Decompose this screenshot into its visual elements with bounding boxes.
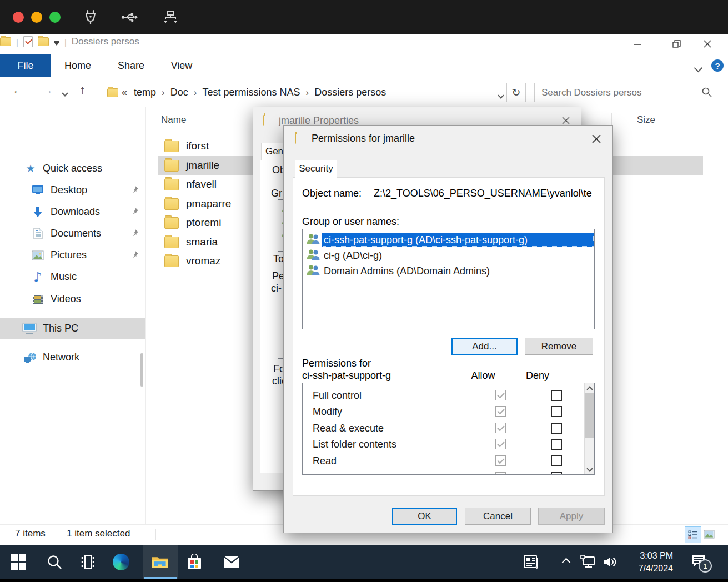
taskbar-clock[interactable]: 3:03 PM 7/4/2024 — [621, 549, 673, 575]
usb-icon[interactable] — [121, 9, 138, 26]
allow-checkbox-checked[interactable] — [495, 439, 506, 449]
column-divider[interactable] — [699, 113, 699, 127]
group-user-listbox[interactable]: ci-ssh-pat-support-g (AD\ci-ssh-pat-supp… — [302, 229, 595, 329]
folder-icon — [164, 237, 179, 248]
taskbar-search-icon[interactable] — [46, 554, 63, 570]
deny-header: Deny — [525, 370, 550, 382]
deny-checkbox[interactable] — [551, 406, 562, 417]
minimize-traffic-light-icon[interactable] — [31, 12, 42, 23]
tab-home[interactable]: Home — [51, 54, 104, 77]
sidebar-item-videos[interactable]: Videos — [0, 288, 145, 310]
remove-button[interactable]: Remove — [525, 338, 593, 355]
back-button[interactable]: ← — [12, 83, 24, 97]
sidebar-item-this-pc[interactable]: This PC — [0, 318, 145, 339]
forward-button[interactable]: → — [41, 83, 53, 97]
breadcrumb-item[interactable]: Dossiers persos — [311, 87, 389, 98]
notification-center-icon[interactable]: 1 — [691, 554, 715, 570]
scrollbar-thumb[interactable] — [585, 393, 594, 438]
group-row[interactable]: Domain Admins (AD\Domain Admins) — [303, 263, 594, 279]
group-row-selected[interactable]: ci-ssh-pat-support-g (AD\ci-ssh-pat-supp… — [303, 232, 594, 248]
search-input[interactable] — [540, 85, 692, 100]
breadcrumb-separator-icon: › — [303, 87, 311, 98]
permissions-scrollbar[interactable] — [584, 383, 594, 474]
breadcrumb-item[interactable]: Doc — [167, 87, 192, 98]
add-button[interactable]: Add... — [451, 338, 518, 355]
tab-security[interactable]: Security — [295, 160, 337, 178]
address-bar[interactable]: « temp › Doc › Test permissions NAS › Do… — [102, 83, 526, 102]
sidebar-item-network[interactable]: Network — [0, 347, 145, 368]
scroll-down-icon[interactable] — [585, 465, 594, 474]
deny-checkbox[interactable] — [551, 455, 562, 466]
task-view-icon[interactable] — [79, 554, 96, 570]
properties-check-icon[interactable] — [23, 36, 33, 47]
tab-view[interactable]: View — [158, 54, 205, 77]
folder-icon[interactable] — [0, 37, 11, 46]
minimize-button[interactable] — [625, 34, 650, 53]
maximize-button[interactable] — [664, 34, 689, 53]
sidebar-item-desktop[interactable]: Desktop — [0, 179, 145, 201]
search-box[interactable] — [534, 83, 717, 102]
power-plug-icon[interactable] — [82, 9, 99, 26]
sidebar-item-music[interactable]: ♪ Music — [0, 266, 145, 288]
tab-share[interactable]: Share — [104, 54, 158, 77]
cancel-button[interactable]: Cancel — [465, 508, 531, 525]
sidebar-item-quick-access[interactable]: ★ Quick access — [0, 158, 145, 179]
permission-entries-listbox[interactable]: Full control Modify Read & execute List … — [302, 383, 595, 475]
breadcrumb-collapse[interactable]: « — [118, 87, 130, 98]
tab-file[interactable]: File — [0, 54, 51, 77]
sidebar-scrollbar-thumb[interactable] — [140, 353, 143, 387]
maximize-traffic-light-icon[interactable] — [49, 12, 61, 23]
item-count: 7 items — [15, 528, 46, 539]
allow-checkbox-checked[interactable] — [495, 390, 506, 400]
new-folder-icon[interactable] — [38, 37, 49, 46]
tray-network-icon[interactable] — [580, 554, 596, 570]
address-dropdown-chevron-icon[interactable] — [499, 90, 503, 100]
microsoft-store-icon[interactable] — [186, 554, 203, 570]
breadcrumb-item[interactable]: temp — [130, 87, 159, 98]
column-header-name[interactable]: Name — [161, 112, 186, 128]
close-icon[interactable] — [588, 131, 605, 147]
group-row[interactable]: ci-g (AD\ci-g) — [303, 248, 594, 263]
network-icon[interactable] — [162, 9, 179, 26]
close-button[interactable] — [695, 34, 720, 53]
column-header-size[interactable]: Size — [637, 112, 655, 128]
thumbnail-view-button[interactable] — [701, 526, 717, 542]
folder-name: ptoremi — [186, 217, 221, 229]
allow-checkbox-partial[interactable] — [495, 472, 506, 475]
expand-ribbon-chevron-icon[interactable] — [695, 63, 701, 73]
sidebar-item-documents[interactable]: Documents — [0, 223, 145, 244]
mail-icon[interactable] — [223, 554, 240, 570]
sidebar-item-pictures[interactable]: Pictures — [0, 244, 145, 266]
search-icon[interactable] — [701, 87, 712, 100]
apply-button[interactable]: Apply — [538, 508, 605, 525]
deny-checkbox[interactable] — [551, 423, 562, 434]
help-icon[interactable]: ? — [711, 59, 724, 72]
file-explorer-icon[interactable] — [152, 554, 168, 570]
refresh-button[interactable]: ↻ — [506, 83, 525, 102]
deny-checkbox-partial[interactable] — [551, 472, 562, 475]
start-button-icon[interactable] — [10, 554, 27, 570]
up-button[interactable]: ↑ — [79, 83, 86, 97]
details-view-button[interactable] — [685, 526, 701, 543]
allow-checkbox-checked[interactable] — [495, 406, 506, 417]
separator: | — [16, 37, 18, 47]
deny-checkbox[interactable] — [551, 390, 562, 401]
folder-icon — [164, 217, 179, 229]
sidebar-item-downloads[interactable]: Downloads — [0, 201, 145, 223]
customize-toolbar-caret-icon[interactable] — [54, 42, 59, 46]
allow-header: Allow — [470, 370, 496, 382]
breadcrumb-item[interactable]: Test permissions NAS — [199, 87, 303, 98]
allow-checkbox-checked[interactable] — [495, 455, 506, 466]
edge-browser-icon[interactable] — [113, 554, 129, 570]
ok-button[interactable]: OK — [392, 508, 457, 525]
tray-expand-chevron-icon[interactable] — [560, 554, 572, 570]
permission-name: Read — [313, 455, 337, 467]
tray-volume-icon[interactable] — [602, 554, 619, 570]
allow-checkbox-checked[interactable] — [495, 423, 506, 433]
recent-locations-chevron-icon[interactable] — [63, 88, 67, 98]
scroll-up-icon[interactable] — [585, 383, 594, 393]
news-widgets-icon[interactable] — [523, 554, 540, 570]
deny-checkbox[interactable] — [551, 439, 562, 450]
close-traffic-light-icon[interactable] — [13, 12, 24, 23]
quick-access-star-icon: ★ — [23, 162, 38, 175]
